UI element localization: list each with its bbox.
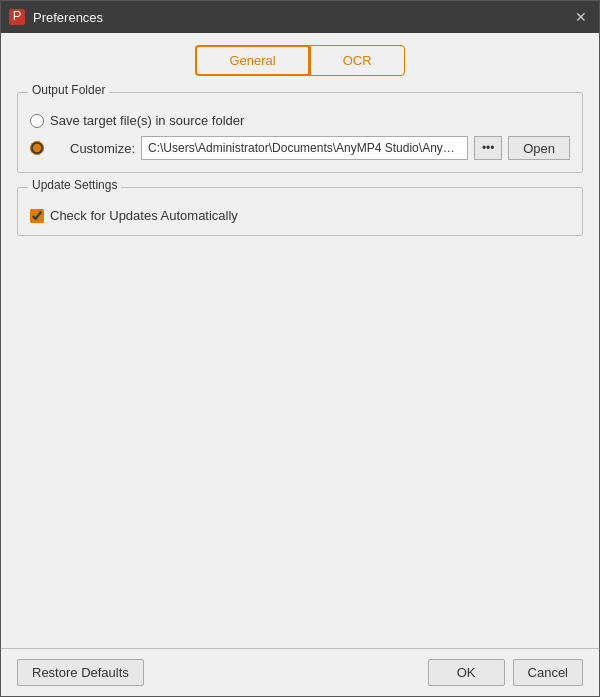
output-folder-content: Save target file(s) in source folder Cus…: [18, 97, 582, 172]
tab-ocr[interactable]: OCR: [310, 45, 405, 76]
title-bar: P Preferences ✕: [1, 1, 599, 33]
ok-button[interactable]: OK: [428, 659, 505, 686]
update-settings-content: Check for Updates Automatically: [18, 192, 582, 235]
app-icon: P: [9, 9, 25, 25]
cancel-button[interactable]: Cancel: [513, 659, 583, 686]
spacer: [17, 250, 583, 636]
output-folder-section: Output Folder Save target file(s) in sou…: [17, 92, 583, 173]
ellipsis-button[interactable]: •••: [474, 136, 502, 160]
customize-row: Customize: ••• Open: [30, 136, 570, 160]
bottom-bar: Restore Defaults OK Cancel: [1, 648, 599, 696]
save-source-row: Save target file(s) in source folder: [30, 113, 570, 128]
bottom-right-buttons: OK Cancel: [428, 659, 583, 686]
open-button[interactable]: Open: [508, 136, 570, 160]
window-title: Preferences: [33, 10, 563, 25]
update-settings-section: Update Settings Check for Updates Automa…: [17, 187, 583, 236]
customize-label: Customize:: [70, 141, 135, 156]
preferences-window: P Preferences ✕ General OCR Output Folde…: [0, 0, 600, 697]
save-source-radio[interactable]: [30, 114, 44, 128]
tabs-row: General OCR: [17, 45, 583, 76]
customize-radio[interactable]: [30, 141, 44, 155]
output-folder-legend: Output Folder: [28, 83, 109, 97]
content-area: General OCR Output Folder Save target fi…: [1, 33, 599, 648]
tab-general[interactable]: General: [195, 45, 309, 76]
svg-text:P: P: [13, 11, 22, 23]
check-updates-label: Check for Updates Automatically: [50, 208, 238, 223]
save-source-label: Save target file(s) in source folder: [50, 113, 244, 128]
update-settings-legend: Update Settings: [28, 178, 121, 192]
restore-defaults-button[interactable]: Restore Defaults: [17, 659, 144, 686]
check-updates-row: Check for Updates Automatically: [30, 208, 570, 223]
check-updates-checkbox[interactable]: [30, 209, 44, 223]
customize-path-input[interactable]: [141, 136, 468, 160]
close-button[interactable]: ✕: [571, 7, 591, 27]
